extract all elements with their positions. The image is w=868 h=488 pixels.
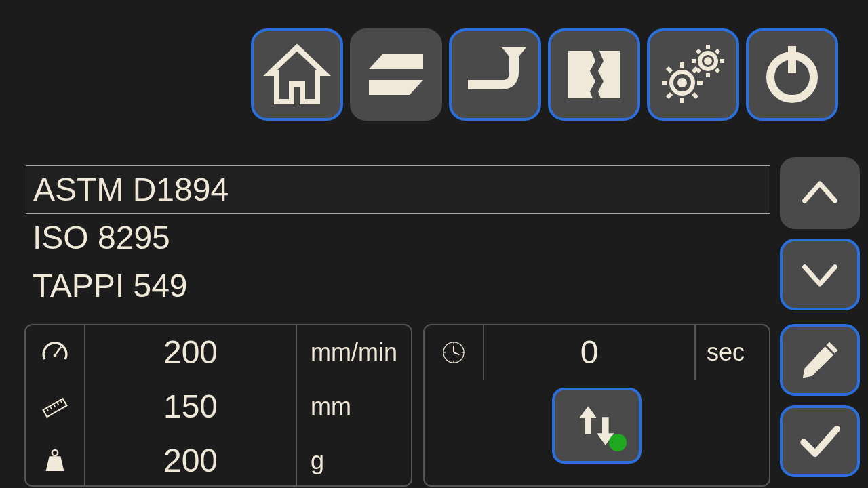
svg-point-7 <box>54 354 56 357</box>
svg-line-6 <box>55 347 61 356</box>
param-speed-value: 200 <box>85 325 297 380</box>
svg-line-9 <box>47 408 49 411</box>
param-length-value: 150 <box>85 380 297 434</box>
method-list: ASTM D1894 ISO 8295 TAPPI 549 <box>26 165 770 310</box>
svg-point-3 <box>706 59 710 63</box>
param-speed-unit: mm/min <box>297 338 411 367</box>
svg-line-13 <box>60 400 62 403</box>
gears-icon <box>659 41 727 108</box>
chevron-down-icon <box>796 251 844 298</box>
method-item-astm[interactable]: ASTM D1894 <box>26 165 770 214</box>
param-weight-value: 200 <box>85 434 297 487</box>
param-weight-row: 200 g <box>26 434 411 487</box>
param-length-row: 150 mm <box>26 380 411 434</box>
time-value: 0 <box>484 325 696 380</box>
gauge-icon <box>26 325 85 380</box>
svg-rect-5 <box>788 46 796 73</box>
power-icon <box>758 41 826 108</box>
method-item-iso[interactable]: ISO 8295 <box>26 214 770 262</box>
scroll-down-button[interactable] <box>780 239 860 310</box>
svg-point-14 <box>52 450 58 455</box>
svg-line-17 <box>454 352 459 354</box>
ruler-icon <box>26 380 85 434</box>
settings-button[interactable] <box>647 28 739 121</box>
power-button[interactable] <box>746 28 838 121</box>
confirm-button[interactable] <box>780 405 860 477</box>
status-dot <box>609 434 627 451</box>
direction-toggle-button[interactable] <box>552 388 642 464</box>
home-icon <box>263 41 331 108</box>
svg-point-1 <box>679 80 685 85</box>
clock-icon <box>425 325 484 380</box>
tear-icon <box>560 41 628 108</box>
time-row: 0 sec <box>425 325 769 380</box>
svg-line-10 <box>50 406 52 409</box>
svg-line-12 <box>57 402 59 405</box>
time-unit: sec <box>696 338 769 367</box>
svg-rect-8 <box>43 399 67 417</box>
svg-line-11 <box>54 404 56 407</box>
transfer-icon <box>362 41 430 108</box>
home-button[interactable] <box>251 28 343 121</box>
nav-bar <box>251 28 838 121</box>
chevron-up-icon <box>796 169 844 217</box>
scroll-up-button[interactable] <box>780 157 860 229</box>
time-panel: 0 sec <box>423 324 770 487</box>
param-length-unit: mm <box>297 392 411 421</box>
pencil-icon <box>796 336 844 384</box>
param-speed-row: 200 mm/min <box>26 325 411 380</box>
edit-button[interactable] <box>780 324 860 396</box>
method-item-tappi[interactable]: TAPPI 549 <box>26 262 770 310</box>
transfer-button[interactable] <box>350 28 442 121</box>
parameters-panel: 200 mm/min 150 mm 200 g <box>24 324 412 487</box>
param-weight-unit: g <box>297 447 411 475</box>
tear-button[interactable] <box>548 28 640 121</box>
check-icon <box>796 418 844 465</box>
weight-icon <box>26 434 85 487</box>
peel-button[interactable] <box>449 28 541 121</box>
peel-icon <box>461 41 529 108</box>
